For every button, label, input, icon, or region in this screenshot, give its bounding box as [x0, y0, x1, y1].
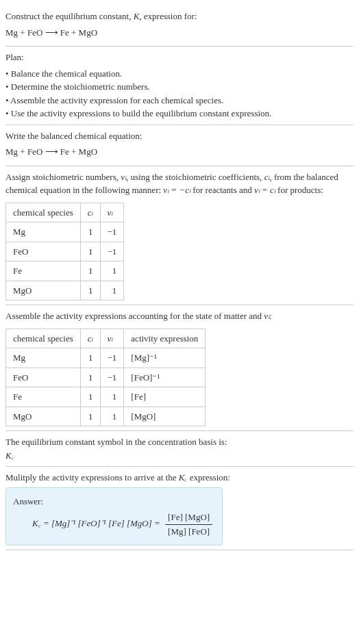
table-row: Fe 1 1 — [6, 261, 124, 281]
table-row: MgO 1 1 — [6, 281, 124, 300]
answer-lhs: K꜀ = [Mg]⁻¹ [FeO]⁻¹ [Fe] [MgO] = — [32, 518, 162, 528]
table-cell: 1 — [80, 242, 100, 261]
table-cell: 1 — [80, 281, 100, 300]
table-cell: 1 — [100, 261, 124, 281]
balanced-title: Write the balanced chemical equation: — [5, 129, 354, 143]
table-row: Mg 1 −1 — [6, 222, 124, 242]
activity-table: chemical species cᵢ νᵢ activity expressi… — [5, 329, 206, 427]
stoich-nu: νᵢ — [121, 172, 126, 182]
table-header: chemical species — [6, 329, 81, 348]
table-row: Mg 1 −1 [Mg]⁻¹ — [6, 348, 206, 368]
table-cell: [Mg]⁻¹ — [124, 348, 206, 368]
stoich-eq2: νᵢ = cᵢ — [254, 185, 275, 195]
table-cell: 1 — [100, 281, 124, 300]
multiply-text: Mulitply the activity expressions to arr… — [5, 471, 354, 485]
table-cell: 1 — [100, 407, 124, 426]
plan-list: Balance the chemical equation. Determine… — [5, 67, 354, 120]
fraction-denominator: [Mg] [FeO] — [165, 525, 212, 539]
plan-item: Determine the stoichiometric numbers. — [5, 80, 354, 94]
activity-text: Assemble the activity expressions accoun… — [5, 309, 354, 323]
table-cell: 1 — [100, 387, 124, 407]
plan-title: Plan: — [5, 51, 354, 64]
symbol-section: The equilibrium constant symbol in the c… — [5, 431, 354, 467]
table-header: νᵢ — [100, 329, 124, 348]
table-cell: 1 — [80, 222, 100, 242]
balanced-section: Write the balanced chemical equation: Mg… — [5, 125, 354, 166]
table-cell: −1 — [100, 368, 124, 387]
plan-item: Use the activity expressions to build th… — [5, 107, 354, 120]
table-cell: Mg — [6, 348, 81, 368]
table-cell: FeO — [6, 242, 81, 261]
answer-label: Answer: — [13, 495, 215, 508]
stoich-text4: for reactants and — [190, 185, 254, 195]
table-cell: [FeO]⁻¹ — [124, 368, 206, 387]
table-cell: MgO — [6, 407, 81, 426]
table-cell: 1 — [80, 261, 100, 281]
answer-content: K꜀ = [Mg]⁻¹ [FeO]⁻¹ [Fe] [MgO] = [Fe] [M… — [13, 511, 215, 538]
table-cell: −1 — [100, 242, 124, 261]
table-cell: 1 — [80, 407, 100, 426]
table-row: FeO 1 −1 — [6, 242, 124, 261]
plan-item: Assemble the activity expression for eac… — [5, 94, 354, 107]
stoich-eq1: νᵢ = −cᵢ — [163, 185, 190, 195]
symbol-text: The equilibrium constant symbol in the c… — [5, 435, 354, 449]
table-cell: [Fe] — [124, 387, 206, 407]
table-cell: Mg — [6, 222, 81, 242]
table-cell: Fe — [6, 261, 81, 281]
stoich-table: chemical species cᵢ νᵢ Mg 1 −1 FeO 1 −1 … — [5, 203, 124, 301]
table-header: cᵢ — [80, 203, 100, 222]
balanced-equation: Mg + FeO ⟶ Fe + MgO — [5, 145, 354, 159]
answer-fraction: [Fe] [MgO] [Mg] [FeO] — [165, 511, 212, 538]
table-header: chemical species — [6, 203, 81, 222]
multiply-text1: Mulitply the activity expressions to arr… — [5, 472, 179, 482]
fraction-numerator: [Fe] [MgO] — [165, 511, 212, 525]
activity-text1: Assemble the activity expressions accoun… — [5, 311, 264, 321]
table-header-row: chemical species cᵢ νᵢ — [6, 203, 124, 222]
table-cell: 1 — [80, 387, 100, 407]
table-cell: 1 — [80, 368, 100, 387]
multiply-kc: K꜀ — [179, 472, 188, 482]
table-row: FeO 1 −1 [FeO]⁻¹ — [6, 368, 206, 387]
activity-text2: : — [269, 311, 272, 321]
plan-section: Plan: Balance the chemical equation. Det… — [5, 47, 354, 125]
intro-line2: , expression for: — [139, 11, 197, 21]
intro-line1: Construct the equilibrium constant, — [5, 11, 134, 21]
table-cell: −1 — [100, 222, 124, 242]
table-row: Fe 1 1 [Fe] — [6, 387, 206, 407]
answer-box: Answer: K꜀ = [Mg]⁻¹ [FeO]⁻¹ [Fe] [MgO] =… — [5, 487, 223, 546]
table-row: MgO 1 1 [MgO] — [6, 407, 206, 426]
stoich-text1: Assign stoichiometric numbers, — [5, 172, 121, 182]
symbol-kc: K꜀ — [5, 449, 354, 463]
multiply-section: Mulitply the activity expressions to arr… — [5, 467, 354, 550]
stoich-text2: , using the stoichiometric coefficients, — [126, 172, 264, 182]
activity-section: Assemble the activity expressions accoun… — [5, 305, 354, 431]
plan-item: Balance the chemical equation. — [5, 67, 354, 81]
table-cell: MgO — [6, 281, 81, 300]
intro-text: Construct the equilibrium constant, K, e… — [5, 10, 354, 23]
table-header-row: chemical species cᵢ νᵢ activity expressi… — [6, 329, 206, 348]
multiply-text2: expression: — [187, 472, 230, 482]
intro-equation: Mg + FeO ⟶ Fe + MgO — [5, 26, 354, 40]
stoich-text: Assign stoichiometric numbers, νᵢ, using… — [5, 170, 354, 197]
table-header: activity expression — [124, 329, 206, 348]
table-cell: Fe — [6, 387, 81, 407]
activity-nu: νᵢ — [264, 311, 269, 321]
intro-section: Construct the equilibrium constant, K, e… — [5, 5, 354, 47]
table-header: νᵢ — [100, 203, 124, 222]
table-cell: FeO — [6, 368, 81, 387]
table-cell: 1 — [80, 348, 100, 368]
table-cell: [MgO] — [124, 407, 206, 426]
stoich-text5: for products: — [275, 185, 323, 195]
stoich-section: Assign stoichiometric numbers, νᵢ, using… — [5, 166, 354, 306]
table-cell: −1 — [100, 348, 124, 368]
table-header: cᵢ — [80, 329, 100, 348]
